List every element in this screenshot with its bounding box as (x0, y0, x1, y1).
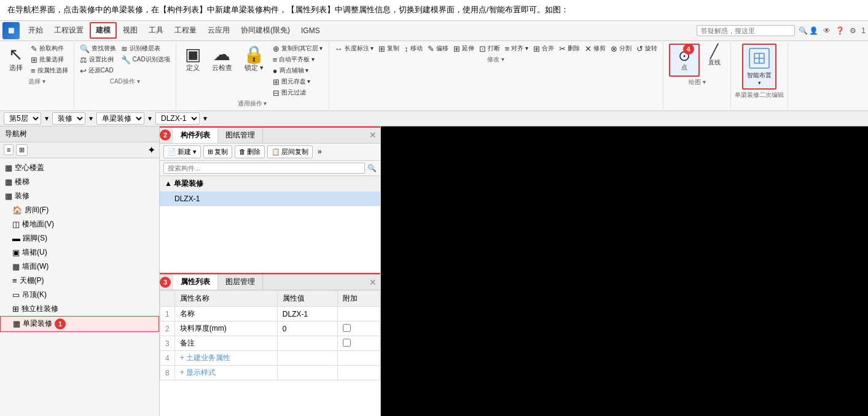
type-select[interactable]: DLZX-1 (155, 112, 200, 125)
ribbon-btn-define[interactable]: ▣ 定义 (180, 44, 206, 75)
props-panel-close[interactable]: ✕ (366, 276, 380, 288)
ribbon-btn-break[interactable]: ⊡ 打断 (477, 44, 502, 54)
ribbon-btn-batch-select[interactable]: ⊞ 批量选择 (29, 55, 70, 65)
ribbon-btn-lock[interactable]: 🔒 锁定 ▾ (238, 44, 270, 75)
ribbon-btn-copy[interactable]: ⊞ 复制 (377, 44, 401, 54)
nav-tool-grid[interactable]: ⊞ (16, 144, 28, 156)
props-tab-attrs[interactable]: 属性列表 (173, 274, 218, 290)
ribbon-btn-pick[interactable]: ✎ 拾取构件 (29, 44, 70, 54)
ribbon-btn-copy-layer[interactable]: ⊕ 复制到其它层 ▾ (271, 44, 325, 54)
component-tab-list[interactable]: 构件列表 (173, 128, 218, 143)
menu-search-input[interactable] (697, 25, 795, 36)
ribbon-btn-set-scale[interactable]: ⚖ 设置比例 (78, 55, 118, 65)
component-search-input[interactable] (163, 163, 365, 174)
ribbon-group-cad: 🔍 查找替换 ⚖ 设置比例 ↩ 还原CAD ≋ 识别楼层表 🔧 (74, 42, 176, 109)
component-toolbar: 📄 新建 ▾ ⊞ 复制 🗑 删除 📋 层间复制 » (160, 144, 380, 161)
menu-modeling[interactable]: 建模 (90, 22, 117, 39)
ribbon-btn-find-replace[interactable]: 🔍 查找替换 (78, 44, 118, 54)
ribbon-btn-align[interactable]: ≡ 对齐 ▾ (503, 44, 530, 54)
tree-item-decoration[interactable]: ▦ 装修 (0, 189, 159, 203)
menu-start[interactable]: 开始 (23, 23, 48, 37)
tree-item-column-decoration[interactable]: ⊞ 独立柱装修 (0, 302, 159, 316)
props-table-container: 属性名称 属性值 附加 1 名称 DLZX-1 2 (160, 290, 380, 416)
settings-icon[interactable]: ⚙ (850, 26, 856, 35)
ribbon-group-smart: 智能布置 ▾ 单梁装修二次编辑 (731, 42, 788, 109)
cloud-icon: ☁ (213, 46, 230, 63)
menu-igms[interactable]: IGMS (296, 25, 325, 37)
menu-project-settings[interactable]: 工程设置 (49, 23, 88, 37)
menu-collab[interactable]: 协同建模(限免) (236, 23, 295, 37)
ribbon-btn-merge[interactable]: ⊞ 合并 (531, 44, 556, 54)
ribbon-btn-save-element[interactable]: ⊞ 图元存盘 ▾ (271, 77, 325, 87)
main-area: 导航树 ≡ ⊞ ✦ ▦ 空心楼盖 ▦ 楼梯 ▦ 装修 🏠 房间(F) (0, 126, 868, 416)
split-icon: ⊗ (611, 44, 617, 53)
trim-icon: ✕ (585, 44, 592, 53)
ribbon-btn-trim[interactable]: ✕ 修剪 (583, 44, 608, 54)
help-icon[interactable]: ❓ (835, 26, 845, 35)
ribbon-btn-floor-table[interactable]: ≋ 识别楼层表 (119, 44, 172, 54)
ribbon-btn-split[interactable]: ⊗ 分割 (609, 44, 633, 54)
ribbon-btn-point[interactable]: ⊙ 4 点 (669, 44, 700, 77)
tree-item-wall-skirt[interactable]: ▣ 墙裙(U) (0, 245, 159, 260)
new-icon: 📄 (168, 148, 176, 156)
floor-table-icon: ≋ (121, 44, 128, 53)
ribbon-btn-dimension[interactable]: ↔ 长度标注 ▾ (333, 44, 376, 54)
decoration-icon: ▦ (5, 191, 12, 201)
props-tab-layers[interactable]: 图层管理 (218, 274, 263, 290)
extend-icon: ⊞ (453, 44, 460, 53)
menu-view[interactable]: 视图 (118, 23, 143, 37)
eye-icon[interactable]: 👁 (823, 26, 831, 35)
tree-item-baseboard[interactable]: ▬ 踢脚(S) (0, 231, 159, 245)
ribbon-btn-auto-align[interactable]: ≡ 自动平齐板 ▾ (271, 55, 325, 65)
tree-item-room[interactable]: 🏠 房间(F) (0, 203, 159, 217)
ribbon-btn-cad-options[interactable]: 🔧 CAD识别选项 (119, 55, 172, 65)
btn-new[interactable]: 📄 新建 ▾ (163, 145, 201, 158)
component-group-beam[interactable]: ▲ 单梁装修 (160, 176, 380, 191)
prop-thickness-checkbox[interactable] (343, 324, 351, 332)
component-tab-drawings[interactable]: 图纸管理 (218, 128, 263, 143)
more-icon[interactable]: » (318, 147, 322, 156)
menu-cloud[interactable]: 云应用 (203, 23, 235, 37)
subcategory-select[interactable]: 单梁装修 (96, 112, 144, 125)
nav-tool-list[interactable]: ≡ (4, 144, 14, 155)
prop-note-checkbox[interactable] (343, 339, 351, 347)
nav-plus-icon[interactable]: ✦ (147, 144, 155, 156)
ribbon-btn-rotate[interactable]: ↺ 旋转 (635, 44, 659, 54)
menu-tools[interactable]: 工具 (144, 23, 168, 37)
ribbon-btn-line[interactable]: ╱ 直线 (703, 44, 725, 68)
tree-item-hollow-slab[interactable]: ▦ 空心楼盖 (0, 161, 159, 175)
tree-item-suspended-ceiling[interactable]: ▭ 吊顶(K) (0, 288, 159, 302)
ribbon-btn-offset[interactable]: ✎ 偏移 (426, 44, 450, 54)
ribbon-btn-cloud-check[interactable]: ☁ 云检查 (207, 44, 237, 75)
ribbon-btn-move[interactable]: ↕ 移动 (402, 44, 424, 54)
floor-select[interactable]: 第5层 (4, 112, 41, 125)
component-item-dlzx1[interactable]: DLZX-1 (160, 191, 380, 206)
tree-item-ceiling[interactable]: ≡ 天棚(P) (0, 274, 159, 288)
component-panel-close[interactable]: ✕ (366, 129, 380, 141)
ribbon-btn-extend[interactable]: ⊞ 延伸 (452, 44, 476, 54)
tree-item-stairs[interactable]: ▦ 楼梯 (0, 175, 159, 189)
btn-copy[interactable]: ⊞ 复制 (203, 145, 232, 158)
ceiling-icon: ≡ (12, 276, 17, 285)
ribbon-btn-select[interactable]: ↖ 选择 (4, 44, 28, 75)
beam-deco-icon: ▦ (13, 319, 20, 328)
ribbon-btn-attr-select[interactable]: ≡ 按属性选择 (29, 66, 70, 76)
ribbon-btn-filter-element[interactable]: ⊟ 图元过滤 (271, 88, 325, 98)
move-icon: ↕ (404, 44, 409, 53)
ribbon-btn-aux-axis[interactable]: ● 两点辅轴 ▾ (271, 66, 325, 76)
btn-delete[interactable]: 🗑 删除 (235, 145, 265, 158)
ribbon-btn-smart-place[interactable]: 智能布置 ▾ (742, 44, 776, 90)
tree-item-beam-decoration[interactable]: ▦ 单梁装修 1 (0, 316, 159, 332)
user-icon[interactable]: 👤 (809, 26, 818, 35)
ribbon-btn-delete[interactable]: ✂ 删除 (557, 44, 582, 54)
category-select[interactable]: 装修 (52, 112, 85, 125)
tree-item-wall-face[interactable]: ▦ 墙面(W) (0, 260, 159, 274)
restore-icon: ↩ (80, 66, 87, 75)
tree-item-floor[interactable]: ◫ 楼地面(V) (0, 217, 159, 231)
col-value: 属性值 (277, 291, 337, 307)
props-panel-header: 3 属性列表 图层管理 ✕ (160, 273, 380, 290)
menu-quantities[interactable]: 工程量 (170, 23, 201, 37)
prop-row-civil: 4 + 土建业务属性 (160, 351, 380, 366)
btn-floor-copy[interactable]: 📋 层间复制 (267, 145, 313, 158)
ribbon-btn-restore-cad[interactable]: ↩ 还原CAD (78, 66, 118, 76)
